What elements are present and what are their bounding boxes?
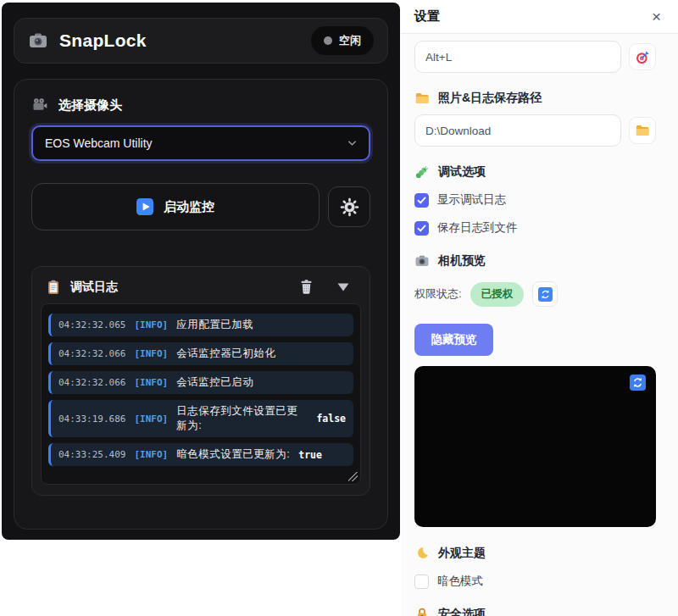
hide-preview-button[interactable]: 隐藏预览: [414, 324, 493, 356]
record-hotkey-button[interactable]: [629, 43, 656, 70]
camera-preview-header: 相机预览: [414, 253, 656, 269]
refresh-icon: [538, 287, 553, 302]
camera-select-value: EOS Webcam Utility: [45, 136, 153, 150]
hotkey-input[interactable]: [414, 41, 621, 73]
start-monitoring-button[interactable]: 启动监控: [31, 183, 320, 230]
app-header: SnapLock 空闲: [14, 18, 388, 64]
log-entry: 04:32:32.065[INFO]应用配置已加载: [48, 314, 353, 336]
theme-section-label: 外观主题: [438, 546, 486, 561]
save-log-row: 保存日志到文件: [414, 220, 656, 236]
bug-icon: [414, 164, 430, 180]
settings-body: 照片&日志保存路径 调试选项 显示调试日志: [401, 34, 678, 616]
camera-preview-box: [414, 366, 656, 527]
hotkey-row: [414, 41, 656, 73]
permission-label: 权限状态:: [414, 286, 462, 302]
dark-mode-checkbox[interactable]: [414, 574, 429, 589]
show-debug-log-label: 显示调试日志: [437, 192, 506, 208]
chevron-down-icon: [347, 140, 357, 147]
dark-mode-label: 暗色模式: [437, 574, 483, 589]
path-section-label: 照片&日志保存路径: [438, 91, 542, 106]
controls-row: 启动监控: [31, 183, 370, 230]
security-section-label: 安全选项: [438, 607, 486, 616]
moon-icon: [414, 546, 430, 561]
status-badge: 空闲: [311, 26, 374, 55]
log-entry: 04:32:32.066[INFO]会话监控器已初始化: [48, 342, 353, 365]
log-entry: 04:32:32.066[INFO]会话监控已启动: [48, 371, 353, 394]
log-list: 04:32:32.065[INFO]应用配置已加载04:32:32.066[IN…: [48, 314, 353, 466]
debug-options-header: 调试选项: [414, 164, 656, 180]
camera-select-dropdown[interactable]: EOS Webcam Utility: [31, 125, 370, 161]
video-camera-icon: [31, 97, 48, 114]
target-dart-icon: [635, 49, 651, 65]
camera-select-label: 选择摄像头: [58, 97, 122, 114]
log-entry: 04:33:25.409[INFO]暗色模式设置已更新为:true: [48, 443, 353, 466]
collapse-log-icon[interactable]: [337, 283, 349, 291]
settings-gear-button[interactable]: [328, 186, 370, 227]
debug-log-panel: 调试日志 04:32:32.065[INFO]应用配置已加载04:32:32.0…: [31, 266, 370, 496]
snaplock-app-panel: SnapLock 空闲 选择摄像头 EOS Webcam Utility 启动监: [2, 3, 400, 540]
theme-section-header: 外观主题: [414, 546, 656, 561]
play-icon: [136, 198, 153, 215]
gear-icon: [340, 197, 359, 217]
camera-select-section: 选择摄像头: [31, 97, 370, 114]
clipboard-icon: [46, 280, 61, 295]
security-section-header: 安全选项: [414, 607, 656, 616]
settings-header: 设置 ×: [401, 0, 678, 34]
debug-log-title: 调试日志: [70, 280, 118, 295]
log-area[interactable]: 04:32:32.065[INFO]应用配置已加载04:32:32.066[IN…: [41, 303, 361, 485]
debug-log-header: 调试日志: [41, 274, 361, 303]
save-log-label: 保存日志到文件: [437, 220, 518, 236]
dark-mode-row: 暗色模式: [414, 574, 656, 589]
start-monitoring-label: 启动监控: [164, 199, 214, 215]
close-icon[interactable]: ×: [652, 8, 661, 25]
resize-handle[interactable]: [348, 472, 358, 481]
show-debug-log-checkbox[interactable]: [414, 193, 429, 208]
save-log-checkbox[interactable]: [414, 221, 429, 236]
camera-icon: [414, 253, 430, 269]
status-badge-label: 空闲: [339, 33, 361, 48]
settings-panel: 设置 × 照片&日志保存路径: [401, 0, 678, 616]
refresh-permission-button[interactable]: [532, 281, 558, 307]
save-path-input[interactable]: [414, 114, 621, 147]
status-dot-icon: [324, 36, 332, 45]
camera-preview-label: 相机预览: [438, 253, 486, 269]
debug-options-label: 调试选项: [438, 164, 486, 180]
show-debug-log-row: 显示调试日志: [414, 192, 656, 208]
path-section-header: 照片&日志保存路径: [414, 91, 656, 106]
main-card: 选择摄像头 EOS Webcam Utility 启动监控: [14, 79, 388, 530]
camera-icon: [28, 31, 48, 51]
app-title: SnapLock: [59, 31, 147, 51]
permission-row: 权限状态: 已授权: [414, 281, 656, 307]
folder-icon: [635, 123, 650, 138]
folder-icon: [414, 91, 430, 106]
clear-log-trash-icon[interactable]: [298, 279, 314, 295]
switch-camera-icon[interactable]: [630, 375, 646, 391]
settings-title: 设置: [414, 8, 440, 25]
log-entry: 04:33:19.686[INFO]日志保存到文件设置已更新为:false: [48, 400, 353, 437]
path-row: [414, 114, 656, 147]
lock-icon: [414, 607, 430, 616]
permission-status-badge: 已授权: [470, 282, 525, 307]
browse-folder-button[interactable]: [629, 117, 656, 144]
